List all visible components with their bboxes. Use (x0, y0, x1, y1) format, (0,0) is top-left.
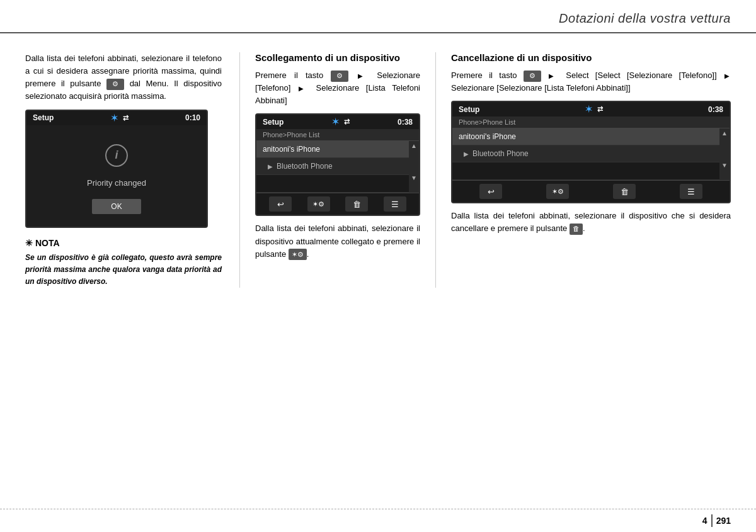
footer-menu-btn-middle[interactable]: ☰ (384, 196, 406, 212)
bluetooth-icon-left: ✶ (111, 113, 118, 123)
menu-icon-right: ☰ (687, 187, 695, 196)
col-middle: Scollegamento di un dispositivo Premere … (240, 52, 435, 288)
col-left: Dalla lista dei telefoni abbinati, selez… (25, 52, 239, 288)
screen-time-middle: 0:38 (398, 118, 413, 127)
screen-footer-middle: ↩ ✶⚙ 🗑 ☰ (256, 193, 419, 215)
back-icon-middle: ↩ (277, 200, 284, 209)
screen-rows-middle: anitooni's iPhone ▶ Bluetooth Phone ▲ ▼ (256, 141, 419, 193)
footer-delete-btn-right[interactable]: 🗑 (613, 184, 636, 199)
gear-button-right: ⚙ (524, 71, 541, 82)
screen-title-right: Setup (459, 105, 479, 114)
right-body-text: Dalla lista dei telefoni abbinati, selez… (451, 210, 731, 235)
scrollbar-middle: ▲ ▼ (409, 141, 419, 193)
left-body-text: Dalla lista dei telefoni abbinati, selez… (25, 52, 222, 103)
menu-icon-middle: ☰ (391, 200, 399, 209)
middle-body-text: Dalla lista dei telefoni abbinati, selez… (255, 222, 420, 260)
middle-heading: Scollegamento di un dispositivo (255, 52, 420, 63)
nota-title: ✳ NOTA (25, 238, 222, 248)
screen-breadcrumb-right: Phone>Phone List (452, 116, 730, 128)
screen-header-left: Setup ✶ ⇄ 0:10 (26, 111, 207, 125)
screen-row-2-middle: ▶ Bluetooth Phone (256, 158, 409, 175)
screen-row-empty-middle (256, 175, 409, 193)
footer-bluetooth-btn-middle[interactable]: ✶⚙ (307, 196, 330, 212)
screen-row-empty-right (452, 162, 719, 180)
arrows-icon-right: ⇄ (597, 105, 603, 113)
page-footer: 4 291 (0, 509, 756, 532)
scroll-down-right: ▼ (721, 162, 728, 169)
device-screen-right: Setup ✶ ⇄ 0:38 Phone>Phone List anitooni… (451, 101, 731, 203)
back-icon-right: ↩ (488, 187, 495, 196)
info-icon: i (105, 144, 128, 167)
scroll-down-middle: ▼ (411, 174, 417, 181)
footer-back-btn-right[interactable]: ↩ (479, 184, 502, 199)
screen-time-right: 0:38 (708, 105, 723, 114)
screen-footer-right: ↩ ✶⚙ 🗑 ☰ (452, 180, 730, 202)
select-label: Select (566, 71, 588, 80)
arrows-icon-middle: ⇄ (344, 118, 350, 126)
screen-time-left: 0:10 (185, 113, 200, 122)
screen-row-1-right: anitooni's iPhone (452, 128, 719, 145)
delete-icon-right: 🗑 (621, 187, 629, 196)
screen-title-left: Setup (33, 113, 54, 122)
screen-breadcrumb-middle: Phone>Phone List (256, 129, 419, 141)
footer-back-btn-middle[interactable]: ↩ (269, 196, 292, 212)
nota-section: ✳ NOTA Se un dispositivo è già collegato… (25, 238, 222, 288)
screen-body-left: i Priority changed OK (26, 125, 207, 227)
page-number: 4 291 (702, 514, 731, 527)
bluetooth-icon-middle: ✶ (332, 117, 339, 127)
screen-row-2-right: ▶ Bluetooth Phone (452, 145, 719, 162)
screen-icons-right: ✶ ⇄ (585, 105, 603, 114)
ok-button[interactable]: OK (92, 199, 140, 214)
middle-intro: Premere il tasto ⚙ ▶ Selezionare [Telefo… (255, 69, 420, 107)
device-screen-middle: Setup ✶ ⇄ 0:38 Phone>Phone List anitooni… (255, 113, 420, 216)
delete-icon-middle: 🗑 (353, 200, 361, 209)
right-intro: Premere il tasto ⚙ ▶ Select [Select [Sel… (451, 69, 731, 94)
nota-text: Se un dispositivo è già collegato, quest… (25, 252, 222, 288)
col-right: Cancellazione di un dispositivo Premere … (436, 52, 731, 288)
bluetooth-settings-icon-right: ✶⚙ (552, 188, 564, 196)
screen-header-right: Setup ✶ ⇄ 0:38 (452, 102, 730, 116)
page-header: Dotazioni della vostra vettura (0, 0, 756, 33)
scrollbar-right: ▲ ▼ (719, 128, 730, 180)
screen-header-middle: Setup ✶ ⇄ 0:38 (256, 115, 419, 129)
priority-changed-text: Priority changed (87, 178, 146, 188)
right-heading: Cancellazione di un dispositivo (451, 52, 731, 63)
screen-title-middle: Setup (263, 118, 284, 127)
gear-button: ⚙ (106, 79, 124, 90)
bluetooth-action-btn-middle: ✶⚙ (289, 249, 307, 260)
footer-bluetooth-btn-right[interactable]: ✶⚙ (546, 184, 569, 199)
page-section: 4 (702, 516, 707, 526)
device-screen-left: Setup ✶ ⇄ 0:10 i Priority changed OK (25, 110, 208, 228)
scroll-up-middle: ▲ (411, 142, 417, 149)
screen-icons-left: ✶ ⇄ (111, 113, 129, 123)
trash-action-btn-right: 🗑 (570, 224, 583, 235)
scroll-up-right: ▲ (721, 130, 728, 137)
footer-delete-btn-middle[interactable]: 🗑 (345, 196, 368, 212)
screen-rows-right: anitooni's iPhone ▶ Bluetooth Phone ▲ ▼ (452, 128, 730, 180)
page-separator (711, 514, 713, 527)
bluetooth-icon-right: ✶ (585, 105, 592, 114)
bluetooth-settings-icon-middle: ✶⚙ (312, 200, 324, 208)
screen-icons-middle: ✶ ⇄ (332, 117, 350, 127)
arrows-icon-left: ⇄ (123, 114, 129, 122)
content-area: Dalla lista dei telefoni abbinati, selez… (0, 33, 756, 300)
page-num: 291 (716, 516, 731, 526)
page-title: Dotazioni della vostra vettura (559, 11, 731, 26)
footer-menu-btn-right[interactable]: ☰ (680, 184, 702, 199)
gear-button-middle: ⚙ (331, 71, 348, 82)
screen-row-1-middle: anitooni's iPhone (256, 141, 409, 158)
